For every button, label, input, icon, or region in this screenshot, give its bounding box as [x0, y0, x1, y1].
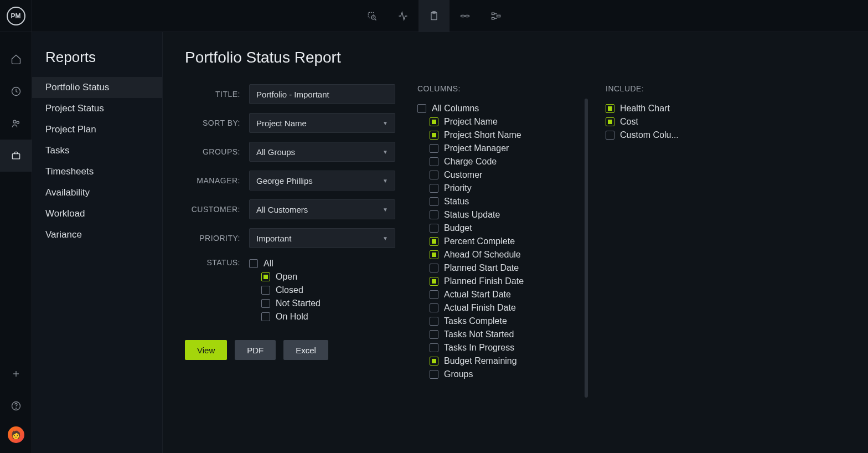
column-project-name-checkbox[interactable]: Project Name	[430, 115, 583, 128]
priority-label: PRIORITY:	[185, 234, 249, 243]
status-closed-checkbox[interactable]: Closed	[249, 284, 395, 297]
chevron-down-icon: ▼	[383, 149, 388, 155]
pdf-button[interactable]: PDF	[235, 340, 276, 360]
column-project-short-name-checkbox[interactable]: Project Short Name	[430, 128, 583, 142]
link-icon[interactable]	[450, 0, 480, 32]
column-tasks-in-progress-checkbox[interactable]: Tasks In Progress	[430, 341, 583, 354]
svg-rect-0	[368, 12, 374, 18]
home-icon[interactable]	[0, 43, 32, 75]
sidebar-item-variance[interactable]: Variance	[32, 224, 162, 245]
column-charge-code-checkbox[interactable]: Charge Code	[430, 155, 583, 168]
excel-button[interactable]: Excel	[283, 340, 328, 360]
column-status-checkbox[interactable]: Status	[430, 195, 583, 208]
svg-point-13	[13, 120, 16, 123]
top-toolbar	[356, 0, 512, 32]
help-icon[interactable]	[0, 390, 32, 422]
view-button[interactable]: View	[185, 340, 227, 360]
status-label: STATUS:	[185, 257, 249, 267]
chevron-down-icon: ▼	[383, 120, 388, 126]
manager-select[interactable]: George Phillips▼	[249, 171, 395, 191]
add-icon[interactable]	[0, 358, 32, 390]
sidebar-item-project-plan[interactable]: Project Plan	[32, 119, 162, 140]
clock-icon[interactable]	[0, 75, 32, 107]
svg-rect-8	[492, 17, 494, 19]
svg-rect-6	[466, 15, 469, 17]
sidebar-item-timesheets[interactable]: Timesheets	[32, 161, 162, 182]
groups-label: GROUPS:	[185, 147, 249, 156]
logo-text: PM	[7, 7, 25, 25]
title-label: TITLE:	[185, 90, 249, 99]
reports-sidebar: Reports Portfolio StatusProject StatusPr…	[32, 32, 163, 453]
title-input[interactable]	[249, 84, 395, 104]
groups-select[interactable]: All Groups▼	[249, 142, 395, 162]
priority-select[interactable]: Important▼	[249, 228, 395, 248]
column-budget-checkbox[interactable]: Budget	[430, 222, 583, 235]
svg-rect-5	[461, 15, 465, 17]
chevron-down-icon: ▼	[383, 178, 388, 184]
customer-label: CUSTOMER:	[185, 205, 249, 214]
search-icon[interactable]	[356, 0, 388, 32]
sidebar-item-workload[interactable]: Workload	[32, 203, 162, 224]
status-not-started-checkbox[interactable]: Not Started	[249, 297, 395, 310]
include-header: INCLUDE:	[606, 84, 716, 93]
svg-rect-11	[497, 15, 500, 17]
sort-select[interactable]: Project Name▼	[249, 113, 395, 133]
column-tasks-not-started-checkbox[interactable]: Tasks Not Started	[430, 328, 583, 341]
column-budget-remaining-checkbox[interactable]: Budget Remaining	[430, 354, 583, 368]
manager-label: MANAGER:	[185, 176, 249, 185]
column-percent-complete-checkbox[interactable]: Percent Complete	[430, 235, 583, 248]
column-ahead-of-schedule-checkbox[interactable]: Ahead Of Schedule	[430, 248, 583, 261]
topbar: PM	[0, 0, 868, 32]
sidebar-item-tasks[interactable]: Tasks	[32, 140, 162, 161]
user-avatar[interactable]: 🧑	[8, 426, 24, 443]
svg-rect-7	[492, 13, 494, 14]
sort-label: SORT BY:	[185, 119, 249, 127]
sidebar-item-availability[interactable]: Availability	[32, 182, 162, 203]
scrollbar[interactable]	[585, 99, 588, 398]
column-actual-start-date-checkbox[interactable]: Actual Start Date	[430, 288, 583, 301]
sidebar-item-portfolio-status[interactable]: Portfolio Status	[32, 77, 162, 98]
sidebar-title: Reports	[32, 49, 162, 77]
users-icon[interactable]	[0, 107, 32, 140]
columns-header: COLUMNS:	[417, 84, 583, 93]
column-actual-finish-date-checkbox[interactable]: Actual Finish Date	[430, 301, 583, 315]
svg-point-19	[16, 408, 16, 409]
status-all-checkbox[interactable]: All	[249, 257, 395, 270]
filter-form: TITLE: SORT BY: Project Name▼ GROUPS: Al…	[185, 84, 395, 381]
workflow-icon[interactable]	[480, 0, 512, 32]
page-title: Portfolio Status Report	[185, 49, 846, 66]
column-priority-checkbox[interactable]: Priority	[430, 182, 583, 195]
main-panel: Portfolio Status Report TITLE: SORT BY: …	[163, 32, 868, 453]
columns-section: COLUMNS: All Columns Project NameProject…	[417, 84, 583, 381]
sidebar-item-project-status[interactable]: Project Status	[32, 98, 162, 119]
app-logo[interactable]: PM	[0, 0, 32, 32]
column-groups-checkbox[interactable]: Groups	[430, 368, 583, 381]
column-project-manager-checkbox[interactable]: Project Manager	[430, 142, 583, 155]
nav-rail: 🧑	[0, 32, 32, 453]
customer-select[interactable]: All Customers▼	[249, 199, 395, 219]
column-status-update-checkbox[interactable]: Status Update	[430, 208, 583, 222]
include-custom-colu--checkbox[interactable]: Custom Colu...	[606, 128, 716, 142]
chevron-down-icon: ▼	[383, 207, 388, 213]
column-tasks-complete-checkbox[interactable]: Tasks Complete	[430, 315, 583, 328]
svg-rect-15	[12, 154, 19, 159]
include-health-chart-checkbox[interactable]: Health Chart	[606, 102, 716, 115]
svg-point-14	[17, 121, 19, 123]
status-open-checkbox[interactable]: Open	[249, 270, 395, 284]
chevron-down-icon: ▼	[383, 235, 388, 241]
activity-icon[interactable]	[388, 0, 418, 32]
column-planned-finish-date-checkbox[interactable]: Planned Finish Date	[430, 275, 583, 288]
all-columns-checkbox[interactable]: All Columns	[417, 102, 583, 115]
include-cost-checkbox[interactable]: Cost	[606, 115, 716, 128]
column-planned-start-date-checkbox[interactable]: Planned Start Date	[430, 261, 583, 275]
status-on-hold-checkbox[interactable]: On Hold	[249, 310, 395, 323]
include-section: INCLUDE: Health ChartCostCustom Colu...	[606, 84, 716, 381]
briefcase-icon[interactable]	[0, 140, 32, 172]
column-customer-checkbox[interactable]: Customer	[430, 168, 583, 182]
clipboard-icon[interactable]	[418, 0, 450, 32]
svg-line-2	[375, 19, 376, 20]
